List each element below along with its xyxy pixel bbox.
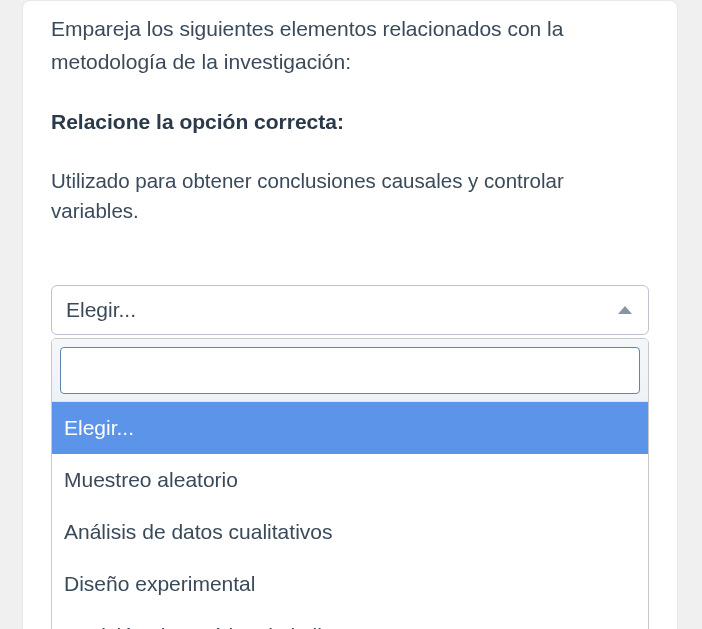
select-display[interactable]: Elegir... xyxy=(51,285,649,335)
question-description-text: Utilizado para obtener conclusiones caus… xyxy=(51,166,649,228)
option-muestreo-aleatorio[interactable]: Muestreo aleatorio xyxy=(52,454,648,506)
question-intro-text: Empareja los siguientes elementos relaci… xyxy=(51,13,649,78)
option-revision-sistematica[interactable]: Revisión sistemática de la literatura xyxy=(52,610,648,629)
dropdown-panel: Elegir... Muestreo aleatorio Análisis de… xyxy=(51,338,649,629)
question-card: Empareja los siguientes elementos relaci… xyxy=(22,0,678,629)
option-analisis-datos[interactable]: Análisis de datos cualitativos xyxy=(52,506,648,558)
select-display-text: Elegir... xyxy=(66,298,136,322)
options-list: Elegir... Muestreo aleatorio Análisis de… xyxy=(52,402,648,629)
chevron-up-icon xyxy=(618,306,632,314)
search-wrapper xyxy=(52,339,648,402)
option-diseno-experimental[interactable]: Diseño experimental xyxy=(52,558,648,610)
question-prompt-text: Relacione la opción correcta: xyxy=(51,106,649,138)
option-placeholder[interactable]: Elegir... xyxy=(52,402,648,454)
select-wrapper: Elegir... Elegir... Muestreo aleatorio A… xyxy=(51,285,649,629)
search-input[interactable] xyxy=(60,347,640,394)
